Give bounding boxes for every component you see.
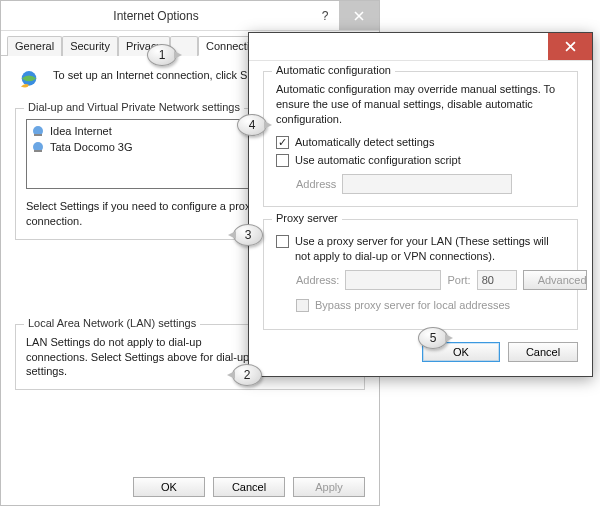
auto-detect-checkbox[interactable] xyxy=(276,136,289,149)
io-title-buttons: ? xyxy=(311,1,379,30)
proxy-address-input[interactable] xyxy=(345,270,441,290)
list-item-label: Tata Docomo 3G xyxy=(50,141,133,153)
auto-config-group: Automatic configuration Automatic config… xyxy=(263,71,578,207)
globe-icon xyxy=(15,66,43,94)
lan-text: LAN Settings do not apply to dial-up con… xyxy=(26,335,252,380)
connection-icon xyxy=(31,140,45,154)
auto-script-checkbox[interactable] xyxy=(276,154,289,167)
proxy-use-label: Use a proxy server for your LAN (These s… xyxy=(295,234,565,264)
callout-3: 3 xyxy=(233,224,263,246)
close-icon xyxy=(565,41,576,52)
help-button[interactable]: ? xyxy=(311,1,339,30)
close-icon xyxy=(354,11,364,21)
proxy-legend: Proxy server xyxy=(272,212,342,224)
io-apply-button[interactable]: Apply xyxy=(293,477,365,497)
advanced-button[interactable]: Advanced xyxy=(523,270,587,290)
auto-config-legend: Automatic configuration xyxy=(272,64,395,76)
bypass-checkbox[interactable] xyxy=(296,299,309,312)
proxy-group: Proxy server Use a proxy server for your… xyxy=(263,219,578,330)
io-title: Internet Options xyxy=(1,9,311,23)
proxy-port-label: Port: xyxy=(447,274,470,286)
svg-rect-4 xyxy=(34,150,42,152)
bypass-label: Bypass proxy server for local addresses xyxy=(315,298,510,313)
tab-general[interactable]: General xyxy=(7,36,62,56)
lan-titlebar xyxy=(249,33,592,61)
lan-legend: Local Area Network (LAN) settings xyxy=(24,317,200,329)
callout-2: 2 xyxy=(232,364,262,386)
io-footer: OK Cancel Apply xyxy=(1,477,379,497)
proxy-port-input[interactable] xyxy=(477,270,517,290)
callout-1: 1 xyxy=(147,44,177,66)
io-ok-button[interactable]: OK xyxy=(133,477,205,497)
svg-rect-2 xyxy=(34,134,42,136)
io-cancel-button[interactable]: Cancel xyxy=(213,477,285,497)
lan-close-button[interactable] xyxy=(548,33,592,60)
proxy-use-checkbox[interactable] xyxy=(276,235,289,248)
list-item-label: Idea Internet xyxy=(50,125,112,137)
callout-4: 4 xyxy=(237,114,267,136)
callout-5: 5 xyxy=(418,327,448,349)
dialup-legend: Dial-up and Virtual Private Network sett… xyxy=(24,101,244,113)
io-titlebar: Internet Options ? xyxy=(1,1,379,31)
lan-body: Automatic configuration Automatic config… xyxy=(249,61,592,376)
auto-config-desc: Automatic configuration may override man… xyxy=(276,82,565,127)
auto-script-label: Use automatic configuration script xyxy=(295,153,461,168)
auto-address-input[interactable] xyxy=(342,174,512,194)
tab-security[interactable]: Security xyxy=(62,36,118,56)
auto-detect-label: Automatically detect settings xyxy=(295,135,434,150)
io-close-button[interactable] xyxy=(339,1,379,30)
lan-cancel-button[interactable]: Cancel xyxy=(508,342,578,362)
auto-address-label: Address xyxy=(296,178,336,190)
connection-icon xyxy=(31,124,45,138)
lan-settings-dialog: Automatic configuration Automatic config… xyxy=(248,32,593,377)
proxy-address-label: Address: xyxy=(296,274,339,286)
